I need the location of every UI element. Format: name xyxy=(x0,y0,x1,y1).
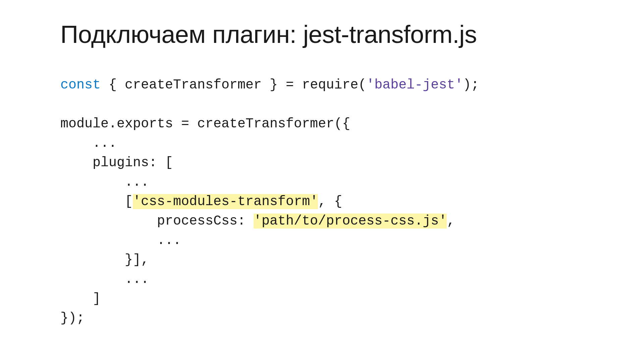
code-line: }); xyxy=(60,311,85,326)
code-block: const { createTransformer } = require('b… xyxy=(60,75,584,328)
code-line: ] xyxy=(60,291,101,306)
code-text: [ xyxy=(60,194,133,209)
code-text: ); xyxy=(463,77,479,93)
code-line: ... xyxy=(60,272,149,287)
code-line: ... xyxy=(60,136,117,151)
code-text: processCss: xyxy=(60,214,254,229)
code-line: module.exports = createTransformer({ xyxy=(60,116,350,131)
code-string: 'babel-jest' xyxy=(366,77,463,93)
code-line: }], xyxy=(60,252,149,267)
code-highlight: 'path/to/process-css.js' xyxy=(254,214,447,229)
code-highlight: 'css-modules-transform' xyxy=(133,194,318,209)
code-line: plugins: [ xyxy=(60,155,173,170)
code-text: , { xyxy=(318,194,342,209)
code-text: { createTransformer } = require( xyxy=(101,77,366,93)
code-line: ... xyxy=(60,175,149,190)
code-text: , xyxy=(447,214,455,229)
slide: Подключаем плагин: jest-transform.js con… xyxy=(0,0,644,348)
code-line: ... xyxy=(60,233,181,248)
code-keyword: const xyxy=(60,77,101,93)
slide-title: Подключаем плагин: jest-transform.js xyxy=(60,20,584,49)
